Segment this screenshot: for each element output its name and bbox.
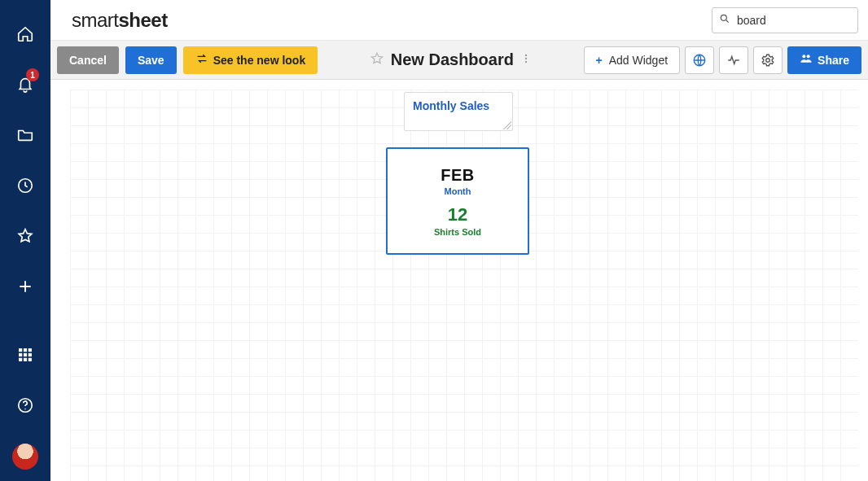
svg-rect-2 (24, 348, 26, 351)
notification-badge: 1 (26, 68, 39, 81)
favorite-toggle[interactable] (370, 51, 384, 68)
search-box[interactable] (712, 7, 858, 33)
people-icon (800, 52, 813, 68)
right-tools: + Add Widget (584, 46, 861, 74)
brand-thin: smart (72, 9, 119, 31)
clock-icon (16, 177, 34, 197)
title-widget[interactable]: Monthly Sales (404, 92, 513, 131)
metric-value-label: Shirts Sold (434, 227, 481, 237)
swap-icon (195, 52, 208, 68)
rail-recents[interactable] (0, 161, 50, 212)
svg-rect-9 (28, 358, 31, 361)
publish-button[interactable] (685, 46, 714, 74)
toolbar: Cancel Save See the new look New Dashboa… (50, 41, 868, 80)
save-label: Save (138, 54, 164, 67)
apps-grid-icon (17, 347, 33, 365)
plus-icon (17, 278, 33, 297)
svg-point-14 (525, 58, 527, 59)
folder-icon (16, 126, 34, 146)
rail-browse[interactable] (0, 111, 50, 161)
canvas-wrap: Monthly Sales FEB Month 12 Shirts Sold (50, 80, 868, 481)
search-input[interactable] (735, 13, 851, 28)
title-area: New Dashboard (324, 50, 576, 69)
new-look-label: See the new look (213, 54, 306, 67)
svg-rect-7 (20, 358, 22, 361)
page-title[interactable]: New Dashboard (391, 50, 514, 69)
search-icon (719, 13, 735, 27)
rail-create[interactable] (0, 262, 50, 313)
left-rail: 1 (0, 0, 50, 481)
rail-apps[interactable] (0, 330, 50, 381)
svg-rect-4 (20, 353, 22, 356)
rail-favorites[interactable] (0, 212, 50, 262)
svg-point-19 (807, 55, 810, 58)
see-new-look-button[interactable]: See the new look (183, 46, 318, 74)
main: smartsheet Cancel Save See the new lo (50, 0, 868, 481)
brand-logo[interactable]: smartsheet (72, 9, 168, 32)
svg-rect-3 (28, 348, 31, 351)
cancel-button[interactable]: Cancel (57, 46, 119, 74)
svg-point-17 (766, 58, 770, 62)
svg-point-18 (802, 55, 805, 58)
rail-help[interactable] (0, 381, 50, 431)
activity-icon (726, 53, 741, 68)
svg-rect-5 (24, 353, 26, 356)
topbar: smartsheet (50, 0, 868, 41)
save-button[interactable]: Save (125, 46, 177, 74)
svg-rect-1 (20, 348, 22, 351)
globe-icon (692, 53, 707, 68)
brand-bold: sheet (119, 9, 168, 31)
resize-handle[interactable] (503, 121, 511, 129)
rail-notifications[interactable]: 1 (0, 60, 50, 111)
title-widget-label: Monthly Sales (413, 99, 504, 112)
svg-point-15 (525, 61, 527, 63)
plus-icon: + (596, 54, 603, 67)
metric-big-label: Month (445, 186, 471, 196)
add-widget-button[interactable]: + Add Widget (584, 46, 681, 74)
help-icon (16, 396, 34, 417)
svg-point-12 (721, 15, 726, 20)
svg-rect-8 (24, 358, 26, 361)
avatar[interactable] (12, 444, 38, 470)
rail-home[interactable] (0, 10, 50, 60)
svg-point-13 (525, 55, 527, 56)
star-icon (16, 227, 34, 247)
settings-button[interactable] (753, 46, 783, 74)
cancel-label: Cancel (69, 54, 107, 67)
home-icon (16, 25, 34, 46)
svg-point-11 (24, 408, 25, 409)
share-button[interactable]: Share (787, 46, 861, 74)
gear-icon (761, 53, 775, 68)
share-label: Share (818, 54, 849, 67)
title-menu[interactable] (520, 51, 532, 68)
dashboard-canvas[interactable]: Monthly Sales FEB Month 12 Shirts Sold (70, 90, 858, 481)
metric-big: FEB (441, 166, 475, 185)
metric-value: 12 (448, 204, 467, 225)
add-widget-label: Add Widget (609, 54, 668, 67)
svg-rect-6 (28, 353, 31, 356)
metric-widget[interactable]: FEB Month 12 Shirts Sold (386, 147, 529, 255)
activity-button[interactable] (719, 46, 748, 74)
